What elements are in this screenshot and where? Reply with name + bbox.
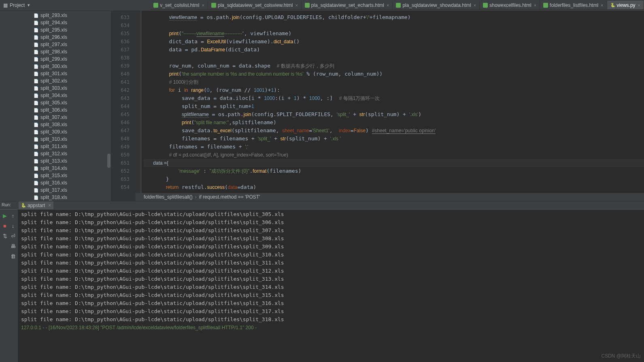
file-tree-item[interactable]: 📄split_312.xls — [0, 150, 111, 157]
editor-tab[interactable]: pla_sqldataview_set_echarts.html× — [302, 1, 393, 9]
tab-label: showexcelfiles.html — [489, 2, 531, 8]
editor-tab[interactable]: pla_sqldataview_showdata.html× — [393, 1, 480, 9]
code-editor[interactable]: 633 634 635 636 637 638 639 640 641 642 … — [111, 11, 644, 201]
close-icon[interactable]: × — [474, 3, 476, 8]
layout-icon[interactable]: ⇅ — [1, 232, 9, 239]
line-gutter: 633 634 635 636 637 638 639 640 641 642 … — [111, 11, 136, 201]
file-name: split_304.xls — [40, 93, 67, 98]
file-icon: 📄 — [33, 13, 39, 18]
file-tree-item[interactable]: 📄split_315.xls — [0, 172, 111, 179]
file-tree-item[interactable]: 📄split_318.xls — [0, 194, 111, 201]
file-tree-item[interactable]: 📄split_300.xls — [0, 63, 111, 70]
close-icon[interactable]: × — [202, 3, 204, 8]
sidebar-scrollbar[interactable] — [107, 154, 111, 168]
file-name: split_306.xls — [40, 107, 67, 113]
up-icon[interactable]: ↑ — [9, 212, 17, 219]
file-tree-item[interactable]: 📄split_307.xls — [0, 114, 111, 121]
file-tree-item[interactable]: 📄split_299.xls — [0, 55, 111, 63]
file-name: split_300.xls — [40, 64, 67, 69]
rerun-icon[interactable]: ▶ — [1, 212, 9, 219]
file-name: split_305.xls — [40, 100, 67, 106]
code-area[interactable]: viewfilename = os.path.join(config.UPLOA… — [141, 11, 644, 201]
file-name: split_297.xls — [40, 42, 67, 47]
editor-tabs: v_set_colslist.html×pla_sqldataview_set_… — [150, 1, 644, 10]
close-icon[interactable]: × — [387, 3, 389, 8]
close-icon[interactable]: × — [638, 3, 640, 8]
file-name: split_296.xls — [40, 34, 67, 40]
file-icon: 📄 — [33, 173, 39, 178]
python-icon: 🐍 — [21, 203, 26, 208]
close-icon[interactable]: × — [48, 203, 51, 208]
html-icon — [396, 3, 401, 8]
file-name: split_310.xls — [40, 136, 67, 142]
file-name: split_312.xls — [40, 151, 67, 157]
file-tree-item[interactable]: 📄split_306.xls — [0, 106, 111, 114]
run-terminal: ▶ ■ ⇅ ↑ ↓ ⏎ 🖶 🗑 split file name: D:\tmp_… — [0, 210, 644, 362]
close-icon[interactable]: × — [601, 3, 603, 8]
file-tree-item[interactable]: 📄split_301.xls — [0, 70, 111, 77]
file-tree-item[interactable]: 📄split_302.xls — [0, 77, 111, 85]
file-tree-item[interactable]: 📄split_303.xls — [0, 85, 111, 92]
editor-tab[interactable]: folderfiles_listfiles.html× — [540, 1, 607, 9]
file-icon: 📄 — [33, 180, 39, 186]
dropdown-arrow-icon: ▼ — [27, 3, 30, 7]
project-sidebar[interactable]: 📄split_293.xls📄split_294.xls📄split_295.x… — [0, 11, 111, 201]
file-icon: 📄 — [33, 100, 39, 106]
editor-tab[interactable]: pla_sqldataview_set_colsview.html× — [208, 1, 302, 9]
python-icon: 🐍 — [610, 3, 615, 8]
file-name: split_309.xls — [40, 129, 67, 135]
close-icon[interactable]: × — [295, 3, 298, 8]
file-tree-item[interactable]: 📄split_310.xls — [0, 135, 111, 143]
file-tree-item[interactable]: 📄split_294.xls — [0, 19, 111, 26]
file-tree-item[interactable]: 📄split_297.xls — [0, 41, 111, 48]
breadcrumb-condition[interactable]: if request.method == 'POST' — [199, 194, 260, 200]
project-tool-button[interactable]: ▦ Project ▼ — [0, 0, 34, 11]
editor-tab[interactable]: showexcelfiles.html× — [480, 1, 540, 9]
file-icon: 📄 — [33, 34, 39, 40]
file-name: split_302.xls — [40, 78, 67, 84]
file-tree-item[interactable]: 📄split_305.xls — [0, 99, 111, 106]
file-icon: 📄 — [33, 27, 39, 33]
editor-tab[interactable]: v_set_colslist.html× — [150, 1, 208, 9]
editor-tab[interactable]: 🐍views.py× — [607, 1, 644, 9]
file-tree-item[interactable]: 📄split_308.xls — [0, 121, 111, 128]
trash-icon[interactable]: 🗑 — [9, 252, 17, 260]
run-header: 🐍 appstart × — [0, 201, 644, 210]
file-name: split_303.xls — [40, 85, 67, 91]
file-icon: 📄 — [33, 187, 39, 193]
run-tab-label: appstart — [28, 203, 45, 208]
file-icon: 📄 — [33, 78, 39, 84]
file-name: split_299.xls — [40, 56, 67, 62]
file-tree-item[interactable]: 📄split_309.xls — [0, 128, 111, 135]
file-icon: 📄 — [33, 136, 39, 142]
file-tree-item[interactable]: 📄split_314.xls — [0, 165, 111, 172]
file-tree-item[interactable]: 📄split_317.xls — [0, 186, 111, 194]
file-icon: 📄 — [33, 85, 39, 91]
project-icon: ▦ — [3, 2, 8, 8]
close-icon[interactable]: × — [534, 3, 536, 8]
terminal-output[interactable]: split file name: D:\tmp_python\AGui-pub-… — [18, 210, 644, 362]
wrap-icon[interactable]: ⏎ — [9, 232, 17, 239]
print-icon[interactable]: 🖶 — [9, 242, 17, 250]
file-name: split_298.xls — [40, 49, 67, 55]
breadcrumb-separator-icon: › — [195, 194, 197, 200]
file-tree-item[interactable]: 📄split_316.xls — [0, 179, 111, 186]
tab-label: v_set_colslist.html — [160, 2, 199, 8]
file-name: split_295.xls — [40, 27, 67, 33]
file-icon: 📄 — [33, 165, 39, 171]
fold-gutter[interactable] — [136, 11, 141, 201]
file-tree-item[interactable]: 📄split_311.xls — [0, 143, 111, 150]
file-tree-item[interactable]: 📄split_296.xls — [0, 34, 111, 41]
file-icon: 📄 — [33, 122, 39, 127]
file-name: split_293.xls — [40, 13, 67, 18]
file-tree-item[interactable]: 📄split_304.xls — [0, 92, 111, 99]
tab-label: pla_sqldataview_set_echarts.html — [311, 2, 384, 8]
breadcrumb-function[interactable]: folderfiles_splitfilesall() — [144, 194, 193, 200]
down-icon[interactable]: ↓ — [9, 222, 17, 229]
file-tree-item[interactable]: 📄split_313.xls — [0, 157, 111, 165]
run-config-tab[interactable]: 🐍 appstart × — [19, 201, 53, 209]
stop-icon[interactable]: ■ — [1, 222, 9, 229]
file-tree-item[interactable]: 📄split_298.xls — [0, 48, 111, 55]
file-tree-item[interactable]: 📄split_295.xls — [0, 26, 111, 34]
file-tree-item[interactable]: 📄split_293.xls — [0, 12, 111, 19]
